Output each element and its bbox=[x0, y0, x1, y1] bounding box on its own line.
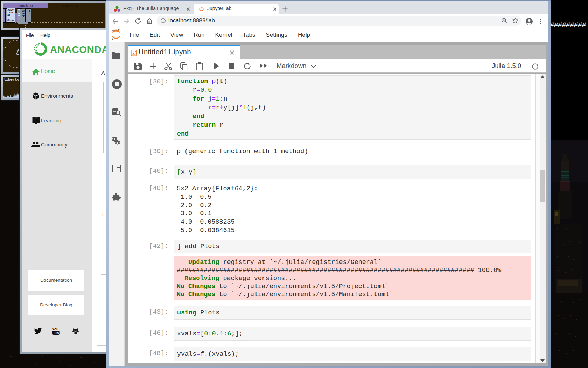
svg-text:Tube: Tube bbox=[53, 331, 60, 335]
svg-text:ANACONDA: ANACONDA bbox=[50, 44, 106, 55]
svg-text:You: You bbox=[52, 327, 58, 331]
